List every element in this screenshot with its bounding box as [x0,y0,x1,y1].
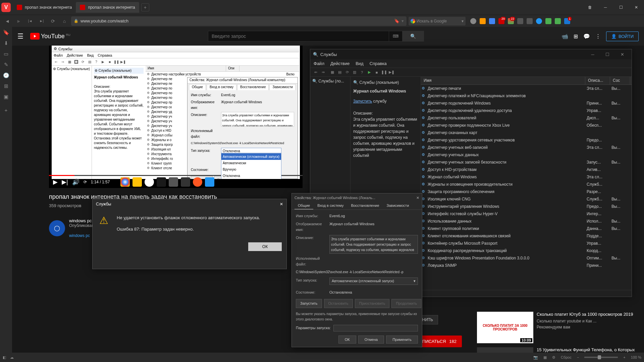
list-item[interactable]: ⚙Диспетчер учетных записей безопасностиЗ… [421,159,632,166]
chevron-down-icon[interactable]: ▾ [401,18,404,23]
trash-icon[interactable]: 🗑 [582,2,598,13]
toolbar-icon[interactable]: ▦ [329,69,336,76]
extension-icon[interactable] [536,18,542,24]
extension-icon[interactable]: 29 [498,18,504,24]
reset-zoom[interactable]: Сброс [561,355,572,359]
vivaldi-logo[interactable]: V [1,3,11,12]
play-button[interactable]: ▶ [53,178,58,186]
rewind-icon[interactable]: |◄ [25,16,35,26]
tab-deps[interactable]: Зависимости [383,202,413,209]
forward-icon[interactable]: ⇒ [320,69,326,76]
close-button[interactable]: ✕ [629,2,644,13]
extension-icon[interactable]: 22 [508,18,514,24]
dropdown-list[interactable]: Автоматически (отложенный запуск) Автома… [221,153,281,179]
menu-help[interactable]: Справка [370,61,387,66]
browser-tab-active[interactable]: пропал значок интернета [76,2,139,13]
list-item[interactable]: ⚙Диспетчер настройки устройствВклю [146,72,299,76]
extension-icon[interactable]: 1 [564,18,570,24]
new-tab-button[interactable]: + [141,3,149,11]
list-item[interactable]: ⚙Диспетчер удостоверения сетевых участни… [421,136,632,144]
startup-type-select[interactable]: Автоматически (отложенный запуск)▾ [329,278,418,285]
list-item[interactable]: ⚙Клиент групповой политикиДанна...Вы... [421,225,632,232]
list-item[interactable]: ⚙Клиент отслеживания изменившихся связей… [421,232,632,240]
start-button[interactable]: Запустить [296,299,322,308]
back-icon[interactable]: ⇐ [312,69,319,76]
pause-icon[interactable]: ❚❚ [113,59,119,65]
downloads-icon[interactable]: ⬇ [3,40,9,47]
reload-icon[interactable]: ⟳ [84,180,87,184]
column-status[interactable]: Сос [610,77,630,84]
restart-icon[interactable]: ▶❚ [120,59,126,65]
list-item[interactable]: ⚙Защита программного обеспеченияРазре... [421,188,632,195]
list-item[interactable]: ⚙Диспетчер пользователейДисп...Вы... [421,114,632,122]
list-item[interactable]: ⚙Диспетчер подключений удаленного доступ… [421,107,632,114]
history-icon[interactable]: 🕘 [3,72,9,79]
ok-button[interactable]: ОК [248,242,282,251]
menu-action[interactable]: Действие [330,61,350,66]
tab-deps[interactable]: Зависимости [269,84,296,90]
list-item[interactable]: ⚙Использование данныхИспол...Вы... [421,218,632,225]
panel-toggle-icon[interactable]: ◧ [3,355,6,360]
channel-avatar[interactable]: ◯ [49,220,65,236]
dropdown-option[interactable]: Автоматически [221,160,281,166]
list-item[interactable]: ⚙Изоляция ключей CNGСлужб...Вы... [421,195,632,203]
bookmark-icon[interactable]: 🔖 [394,18,399,23]
list-item[interactable]: ⚙Диспетчер платежей и NFC/защищенных эле… [421,92,632,100]
forward-icon[interactable]: ⇒ [60,59,66,65]
pause-icon[interactable]: ❚❚ [381,69,387,76]
list-item[interactable]: ⚙Диспетчер учетных веб-записейЭта сл...В… [421,144,632,151]
tab-logon[interactable]: Вход в систему [314,202,347,209]
browser-tab[interactable]: пропал значок интернета [13,2,76,13]
help-icon[interactable]: ? [93,59,99,65]
add-icon[interactable]: + [3,107,9,114]
tree-view[interactable]: ⚙ Службы (локальные) [52,66,92,179]
apps-icon[interactable]: ⊞ [574,33,578,40]
list-item[interactable]: ⚙Контейнер службы Microsoft PassportУпра… [421,240,632,247]
play-icon[interactable]: ▶ [100,59,106,65]
list-item[interactable]: ⚙Журнал событий WindowsЭта сл... [421,173,632,181]
home-button[interactable]: ⌂ [60,16,69,26]
ok-button[interactable]: ОК [338,336,356,344]
dropdown-option[interactable]: Вручную [221,166,281,173]
zoom-out[interactable]: − [577,355,579,359]
toolbar-icon[interactable]: ▤ [336,69,343,76]
window-icon[interactable]: ⊞ [3,83,9,90]
startup-type-select[interactable]: Отключена Автоматически (отложенный запу… [221,148,281,153]
restart-icon[interactable]: ▶❚ [388,69,395,76]
tab-recovery[interactable]: Восстановление [347,202,382,209]
keyboard-icon[interactable]: ⌨ [389,31,402,42]
start-link[interactable]: Запустить [353,99,372,104]
close-icon[interactable]: ✕ [280,202,283,206]
maximize-button[interactable]: ☐ [601,52,614,57]
extension-icon[interactable] [489,18,495,24]
next-button[interactable]: ▶| [62,178,68,186]
profile-icon[interactable] [470,18,476,24]
video-player[interactable]: ⚙Службы Файл Действие Вид Справка ⇐ ⇒ ▦ … [49,46,303,188]
close-button[interactable]: ✕ [615,52,629,57]
menu-help[interactable]: Справка [98,53,112,57]
sync-icon[interactable]: ☁ [10,355,14,360]
tab-recovery[interactable]: Восстановление [237,84,269,90]
help-icon[interactable]: ? [359,69,365,76]
forward-button[interactable]: ► [14,16,23,26]
notes-icon[interactable]: ✎ [3,62,9,68]
chevron-down-icon[interactable]: ▾ [462,19,464,23]
list-item[interactable]: ⚙Диспетчер подключений WindowsПрини...Вы… [421,100,632,107]
menu-view[interactable]: Вид [356,61,364,66]
extension-icon[interactable] [517,18,523,24]
youtube-logo[interactable]: YouTube RU [30,33,70,40]
dropdown-option[interactable]: Отключена [221,173,281,179]
stop-icon[interactable]: ■ [373,69,380,76]
extension-icon[interactable] [527,18,533,24]
settings-icon[interactable]: ⚙ [552,355,555,360]
pause-button[interactable]: Приостановить [355,299,390,308]
more-icon[interactable]: ⋮ [595,33,601,40]
tile-icon[interactable]: ▦ [543,355,547,360]
toolbar-icon[interactable]: ▥ [351,69,358,76]
menu-action[interactable]: Действие [67,53,83,57]
zoom-slider[interactable] [584,357,618,358]
tab-logon[interactable]: Вход в систему [207,84,236,90]
messages-icon[interactable]: 💬 [583,33,590,40]
list-item[interactable]: ⚙Диспетчер проверки подлинности Xbox Liv… [421,122,632,129]
menu-file[interactable]: Файл [54,53,63,57]
